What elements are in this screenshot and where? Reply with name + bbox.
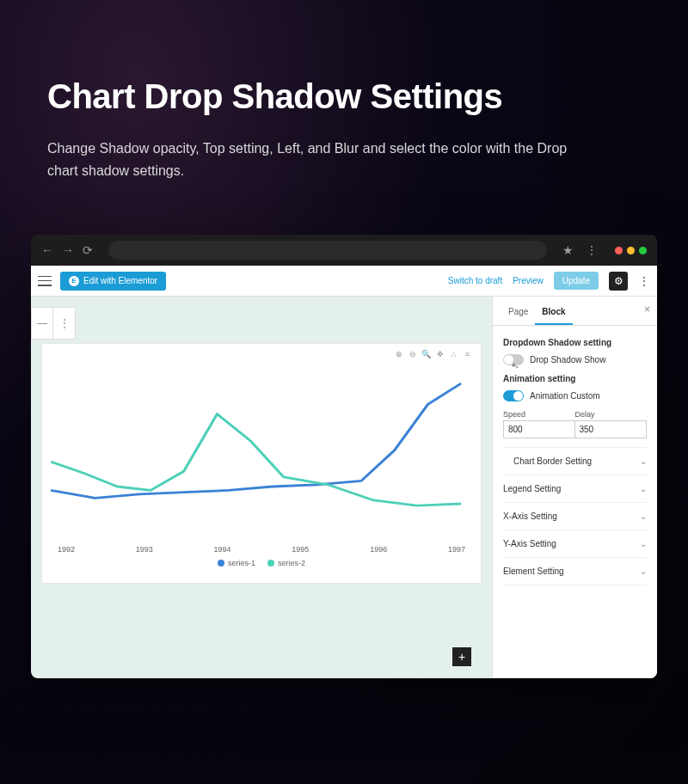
maximize-window-icon[interactable] xyxy=(639,247,647,254)
hamburger-icon[interactable] xyxy=(38,276,52,286)
inspector-tabs: Page Block × xyxy=(493,297,657,326)
chart-legend: series-1 series-2 xyxy=(51,559,472,567)
url-bar[interactable] xyxy=(108,241,547,260)
elementor-icon: E xyxy=(69,276,79,286)
legend-dot-icon xyxy=(267,560,274,567)
zoom-icon[interactable]: 🔍 xyxy=(421,349,431,358)
edit-label: Edit with Elementor xyxy=(83,276,157,285)
home-icon[interactable]: ⌂ xyxy=(449,349,458,358)
browser-toolbar: ← → ⟳ ★ ⋮ xyxy=(31,235,657,266)
legend-item[interactable]: series-2 xyxy=(267,559,305,567)
page-title: Chart Drop Shadow Settings xyxy=(47,77,645,115)
zoom-out-icon[interactable]: ⊖ xyxy=(408,349,417,358)
canvas: — ⋮ ⊕ ⊖ 🔍 ✥ ⌂ ≡ xyxy=(31,297,492,678)
settings-button[interactable]: ⚙ xyxy=(609,272,628,291)
accordion-chart-border[interactable]: Chart Border Setting ⌄ xyxy=(503,447,647,475)
bookmark-icon[interactable]: ★ xyxy=(562,243,574,257)
chevron-down-icon: ⌄ xyxy=(640,567,647,576)
legend-dot-icon xyxy=(218,560,224,567)
close-window-icon[interactable] xyxy=(615,247,623,254)
chevron-down-icon: ⌄ xyxy=(640,539,647,548)
add-block-button[interactable]: + xyxy=(452,647,471,666)
x-tick: 1992 xyxy=(58,545,75,554)
drop-shadow-toggle[interactable]: ↖ xyxy=(503,354,524,365)
accordion-xaxis[interactable]: X-Axis Setting ⌄ xyxy=(503,502,647,530)
browser-window: ← → ⟳ ★ ⋮ E Edit with Elementor Switch t… xyxy=(31,235,657,678)
chevron-down-icon: ⌄ xyxy=(640,456,647,466)
speed-input[interactable]: 800 xyxy=(503,420,575,438)
accordion-legend[interactable]: Legend Setting ⌄ xyxy=(503,475,647,502)
cursor-icon: ↖ xyxy=(511,360,520,371)
delay-input[interactable]: 350 xyxy=(575,420,648,438)
switch-draft-link[interactable]: Switch to draft xyxy=(448,276,502,285)
close-icon[interactable]: × xyxy=(644,303,650,315)
collapse-button[interactable]: — xyxy=(31,307,53,340)
chart-toolbar: ⊕ ⊖ 🔍 ✥ ⌂ ≡ xyxy=(394,349,472,358)
edit-with-elementor-button[interactable]: E Edit with Elementor xyxy=(60,272,166,291)
tab-page[interactable]: Page xyxy=(501,303,535,325)
more-icon[interactable]: ⋮ xyxy=(638,274,650,288)
gear-icon: ⚙ xyxy=(614,275,624,287)
side-toolbox: — ⋮ xyxy=(31,307,76,340)
x-tick: 1993 xyxy=(136,545,153,554)
section-dropdown-shadow: Dropdown Shadow setting xyxy=(503,338,647,347)
preview-link[interactable]: Preview xyxy=(513,276,544,285)
animation-custom-label: Animation Custom xyxy=(530,391,600,401)
forward-icon[interactable]: → xyxy=(62,243,74,257)
pan-icon[interactable]: ✥ xyxy=(435,349,445,358)
chevron-down-icon: ⌄ xyxy=(640,484,647,493)
tab-block[interactable]: Block xyxy=(535,303,572,325)
x-tick: 1997 xyxy=(448,545,465,554)
menu-icon[interactable]: ⋮ xyxy=(586,243,598,257)
accordion-yaxis[interactable]: Y-Axis Setting ⌄ xyxy=(503,530,647,557)
inspector-panel: Page Block × Dropdown Shadow setting ↖ D… xyxy=(492,297,657,678)
animation-custom-toggle[interactable] xyxy=(503,390,524,401)
tool-menu-button[interactable]: ⋮ xyxy=(53,307,76,340)
accordion-element[interactable]: Element Setting ⌄ xyxy=(503,557,647,585)
legend-item[interactable]: series-1 xyxy=(218,559,255,567)
editor-surface: E Edit with Elementor Switch to draft Pr… xyxy=(31,266,657,678)
delay-label: Delay xyxy=(575,410,648,419)
minimize-window-icon[interactable] xyxy=(627,247,635,254)
editor-topbar: E Edit with Elementor Switch to draft Pr… xyxy=(31,266,657,297)
drop-shadow-label: Drop Shadow Show xyxy=(530,355,605,364)
back-icon[interactable]: ← xyxy=(41,243,53,257)
window-controls xyxy=(615,247,647,254)
chart-menu-icon[interactable]: ≡ xyxy=(463,349,472,358)
section-animation: Animation setting xyxy=(503,374,647,383)
update-button[interactable]: Update xyxy=(554,272,599,290)
reload-icon[interactable]: ⟳ xyxy=(83,243,93,257)
zoom-in-icon[interactable]: ⊕ xyxy=(394,349,403,358)
speed-label: Speed xyxy=(503,410,575,419)
x-tick: 1995 xyxy=(292,545,309,554)
x-tick: 1994 xyxy=(214,545,231,554)
line-chart xyxy=(51,366,472,538)
chevron-down-icon: ⌄ xyxy=(640,511,647,521)
x-axis-labels: 1992 1993 1994 1995 1996 1997 xyxy=(51,542,472,554)
page-subtitle: Change Shadow opacity, Top setting, Left… xyxy=(47,138,580,181)
x-tick: 1996 xyxy=(370,545,387,554)
chart-card: ⊕ ⊖ 🔍 ✥ ⌂ ≡ 1992 1993 1994 xyxy=(41,343,482,584)
